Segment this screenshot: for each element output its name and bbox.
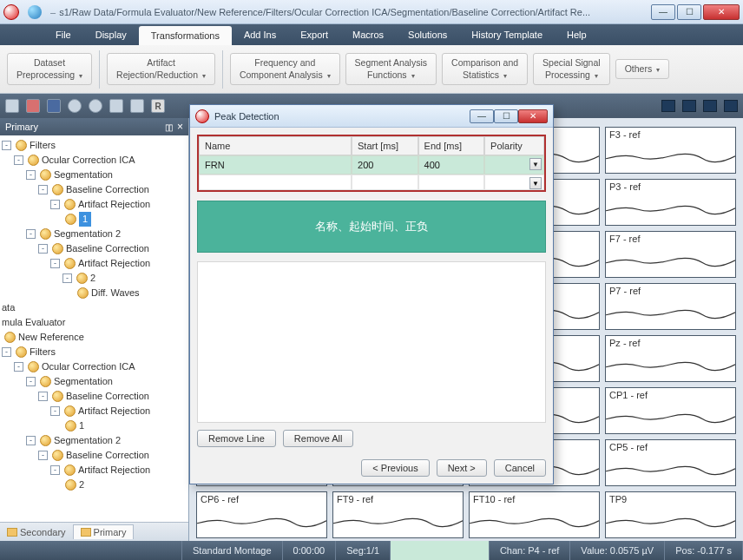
channel-tile[interactable]: P7 - ref xyxy=(605,283,736,330)
menu-export[interactable]: Export xyxy=(288,24,340,45)
dialog-maximize-button[interactable]: ☐ xyxy=(494,109,518,123)
layout-icon[interactable] xyxy=(661,100,675,112)
pin-icon[interactable]: ▯▯ xyxy=(165,122,172,132)
channel-tile[interactable]: CP6 - ref xyxy=(196,491,327,538)
tree-node[interactable]: -Segmentation 2 xyxy=(2,433,187,448)
tree-label[interactable]: Filters xyxy=(30,345,56,359)
tree-node[interactable]: -Segmentation 2 xyxy=(2,227,187,241)
tree-node[interactable]: -Ocular Correction ICA xyxy=(2,153,187,168)
channel-tile[interactable]: P3 - ref xyxy=(605,179,736,226)
tree-label[interactable]: Baseline Correction xyxy=(66,389,149,404)
dialog-titlebar[interactable]: Peak Detection — ☐ ✕ xyxy=(190,105,553,128)
tree-label[interactable]: ata xyxy=(2,300,15,315)
dialog-minimize-button[interactable]: — xyxy=(470,109,494,123)
tree-label[interactable]: mula Evaluator xyxy=(2,315,65,330)
peak-row-empty[interactable]: ▼ xyxy=(199,175,544,190)
layout-icon[interactable] xyxy=(703,100,717,112)
tree-label[interactable]: 2 xyxy=(79,478,84,492)
globe-icon[interactable] xyxy=(28,5,42,19)
tree-toggle-icon[interactable]: - xyxy=(38,392,48,401)
close-button[interactable]: ✕ xyxy=(703,4,740,20)
ribbon-special-signal[interactable]: Special SignalProcessing ▾ xyxy=(533,53,610,84)
tree-node[interactable]: -Artifact Rejection xyxy=(2,404,187,418)
tree-node[interactable]: -Segmentation xyxy=(2,374,187,389)
tree-toggle-icon[interactable]: - xyxy=(14,155,23,165)
tree-label[interactable]: Segmentation 2 xyxy=(54,433,121,448)
tree-label[interactable]: 1 xyxy=(79,212,91,227)
tree-toggle-icon[interactable]: - xyxy=(50,200,60,209)
tree-node[interactable]: mula Evaluator xyxy=(2,315,187,330)
tree-label[interactable]: Diff. Waves xyxy=(91,286,140,300)
tree-node[interactable]: -Artifact Rejection xyxy=(2,256,187,271)
tool-icon[interactable] xyxy=(26,99,40,113)
tool-icon[interactable] xyxy=(47,99,61,113)
channel-tile[interactable]: Pz - ref xyxy=(605,335,736,382)
side-tab-secondary[interactable]: Secondary xyxy=(0,525,73,539)
tree-label[interactable]: Filters xyxy=(30,138,56,153)
polarity-dropdown-icon[interactable]: ▼ xyxy=(529,177,542,189)
tree-label[interactable]: Baseline Correction xyxy=(66,241,149,256)
tree-label[interactable]: 1 xyxy=(79,418,84,433)
tool-icon[interactable] xyxy=(5,99,19,113)
tree-node[interactable]: 2 xyxy=(2,478,187,492)
cell-end[interactable]: 400 xyxy=(418,155,485,175)
zoom-icon[interactable] xyxy=(68,99,82,113)
cancel-button[interactable]: Cancel xyxy=(494,459,546,477)
peak-row[interactable]: FRN 200 400 ▼ xyxy=(199,155,544,175)
side-close-icon[interactable]: × xyxy=(177,121,183,133)
dialog-close-button[interactable]: ✕ xyxy=(518,109,548,123)
menu-help[interactable]: Help xyxy=(555,24,599,45)
tree-node[interactable]: -Filters xyxy=(2,138,187,153)
ribbon-artifact[interactable]: ArtifactRejection/Reduction ▾ xyxy=(107,53,215,84)
menu-file[interactable]: File xyxy=(43,24,83,45)
tree-node[interactable]: -Filters xyxy=(2,345,187,359)
tree-toggle-icon[interactable]: - xyxy=(14,362,23,372)
menu-solutions[interactable]: Solutions xyxy=(396,24,459,45)
tree-label[interactable]: Artifact Rejection xyxy=(78,463,150,478)
tree-node[interactable]: -Baseline Correction xyxy=(2,241,187,256)
ribbon-frequency-and[interactable]: Frequency andComponent Analysis ▾ xyxy=(230,53,340,84)
tree-node[interactable]: New Reference xyxy=(2,330,187,345)
menu-history-template[interactable]: History Template xyxy=(459,24,555,45)
tree-node[interactable]: ata xyxy=(2,300,187,315)
tree-toggle-icon[interactable]: - xyxy=(50,406,60,416)
tree-toggle-icon[interactable]: - xyxy=(38,185,48,194)
channel-tile[interactable]: FT10 - ref xyxy=(469,491,600,538)
menu-add-ins[interactable]: Add Ins xyxy=(232,24,288,45)
tree-node[interactable]: -Artifact Rejection xyxy=(2,197,187,212)
cell-name[interactable]: FRN xyxy=(199,155,352,175)
tree-toggle-icon[interactable]: - xyxy=(26,170,36,180)
tree-node[interactable]: -Ocular Correction ICA xyxy=(2,359,187,374)
channel-tile[interactable]: CP1 - ref xyxy=(605,387,736,434)
tool-icon[interactable] xyxy=(130,99,144,113)
tree-node[interactable]: 1 xyxy=(2,418,187,433)
tree-node[interactable]: -Artifact Rejection xyxy=(2,463,187,478)
tree-toggle-icon[interactable]: - xyxy=(50,465,60,475)
tree-toggle-icon[interactable]: - xyxy=(26,377,36,386)
tree-toggle-icon[interactable]: - xyxy=(2,141,11,150)
tree-toggle-icon[interactable]: - xyxy=(2,347,11,357)
tree-node[interactable]: -Baseline Correction xyxy=(2,182,187,197)
history-tree[interactable]: -Filters-Ocular Correction ICA-Segmentat… xyxy=(0,135,188,522)
menu-macros[interactable]: Macros xyxy=(340,24,396,45)
tree-toggle-icon[interactable]: - xyxy=(26,436,36,445)
cell-start[interactable]: 200 xyxy=(352,155,418,175)
tree-node[interactable]: -Segmentation xyxy=(2,168,187,182)
layout-icon[interactable] xyxy=(682,100,696,112)
tree-label[interactable]: Ocular Correction ICA xyxy=(42,359,135,374)
tree-node[interactable]: Diff. Waves xyxy=(2,286,187,300)
ribbon-dataset[interactable]: DatasetPreprocessing ▾ xyxy=(7,53,92,84)
tree-toggle-icon[interactable]: - xyxy=(38,244,48,254)
polarity-dropdown-icon[interactable]: ▼ xyxy=(529,158,542,170)
channel-tile[interactable]: F7 - ref xyxy=(605,231,736,278)
tree-toggle-icon[interactable]: - xyxy=(62,273,72,283)
tree-label[interactable]: Baseline Correction xyxy=(66,182,149,197)
remove-line-button[interactable]: Remove Line xyxy=(197,430,276,447)
zoom-icon[interactable] xyxy=(89,99,102,113)
channel-tile[interactable]: CP5 - ref xyxy=(605,439,736,486)
tree-label[interactable]: Segmentation 2 xyxy=(54,227,121,241)
ribbon-segment-analysis[interactable]: Segment AnalysisFunctions ▾ xyxy=(345,53,437,84)
previous-button[interactable]: < Previous xyxy=(361,459,429,477)
tree-node[interactable]: -2 xyxy=(2,271,187,286)
layout-icon[interactable] xyxy=(724,100,738,112)
